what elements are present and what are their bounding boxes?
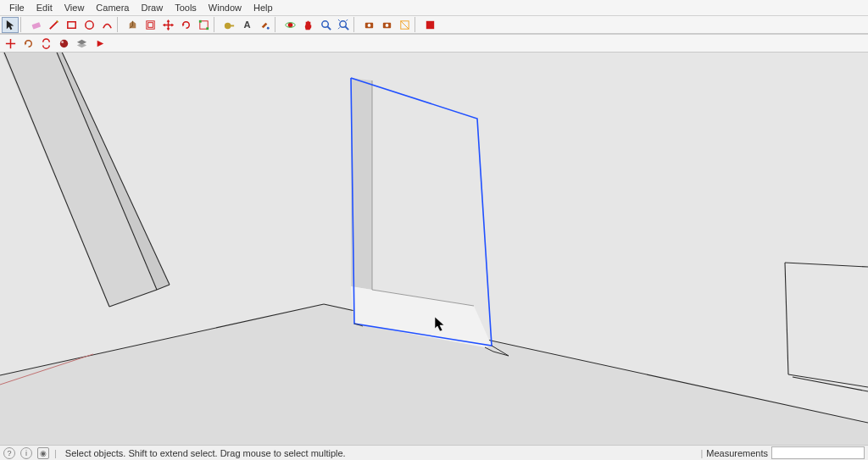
- move-tool-icon: [162, 19, 175, 31]
- svg-point-19: [266, 26, 269, 29]
- offset-tool[interactable]: [142, 17, 159, 33]
- scale-tool[interactable]: [195, 17, 212, 33]
- menu-tools[interactable]: Tools: [169, 2, 203, 14]
- tape-tool[interactable]: [220, 17, 237, 33]
- svg-line-31: [400, 20, 408, 28]
- rotate-tool[interactable]: [177, 17, 194, 33]
- svg-line-23: [327, 26, 331, 30]
- rotate-tool-icon: [180, 19, 192, 31]
- svg-point-35: [61, 41, 64, 43]
- eraser-tool-icon: [30, 19, 42, 31]
- pushpull-tool-icon: [126, 19, 139, 31]
- circle-tool-icon: [83, 19, 96, 31]
- text-tool[interactable]: A: [238, 17, 255, 33]
- animate-tool[interactable]: [91, 36, 108, 52]
- plugin-tool[interactable]: [421, 17, 438, 33]
- svg-text:A: A: [243, 19, 250, 30]
- menu-draw[interactable]: Draw: [135, 2, 169, 14]
- camera-previous-icon: [363, 19, 376, 31]
- svg-rect-32: [426, 20, 433, 28]
- layers-tool-icon: [75, 37, 88, 50]
- menu-help[interactable]: Help: [248, 2, 279, 14]
- menu-camera[interactable]: Camera: [90, 2, 135, 14]
- arc-tool[interactable]: [98, 17, 115, 33]
- animate-tool-icon: [93, 37, 106, 50]
- zoom-tool-icon: [320, 19, 332, 31]
- svg-rect-4: [67, 21, 75, 28]
- menu-window[interactable]: Window: [203, 2, 248, 14]
- svg-point-22: [321, 20, 328, 27]
- zoom-tool[interactable]: [317, 17, 334, 33]
- menu-view[interactable]: View: [58, 2, 91, 14]
- menu-edit[interactable]: Edit: [31, 2, 58, 14]
- text-tool-icon: A: [241, 19, 253, 31]
- camera-next[interactable]: [378, 17, 395, 33]
- align-tool[interactable]: [2, 36, 19, 52]
- rectangle-tool-icon: [65, 19, 78, 31]
- zoom-extents-tool-icon: [337, 19, 350, 31]
- pencil-tool[interactable]: [45, 17, 62, 33]
- viewport-3d[interactable]: TripleClick www.designerhacks.com: [0, 53, 868, 445]
- move-tool[interactable]: [159, 17, 176, 33]
- align-tool-icon: [4, 37, 17, 50]
- pan-tool[interactable]: [299, 17, 316, 33]
- svg-marker-38: [97, 40, 103, 47]
- svg-point-5: [85, 20, 92, 28]
- offset-tool-icon: [144, 19, 157, 31]
- circle-tool[interactable]: [81, 17, 97, 33]
- svg-line-2: [49, 20, 57, 28]
- measurements-input[interactable]: [771, 446, 865, 459]
- help-icon[interactable]: ?: [3, 447, 15, 459]
- toolbar-separator: [353, 17, 359, 32]
- camera-previous[interactable]: [360, 17, 377, 33]
- rectangle-tool[interactable]: [63, 17, 80, 33]
- rotate-plugin-icon: [22, 37, 35, 50]
- toolbar-separator: [214, 17, 219, 32]
- svg-marker-33: [24, 42, 26, 45]
- svg-marker-12: [181, 24, 184, 26]
- svg-marker-0: [6, 19, 13, 29]
- rotate-plugin[interactable]: [19, 36, 36, 52]
- arc-tool-icon: [101, 19, 114, 31]
- info-icon[interactable]: i: [20, 447, 32, 459]
- section-tool-icon: [398, 19, 411, 31]
- svg-point-34: [59, 39, 67, 47]
- orbit-tool-icon: [284, 19, 297, 31]
- status-hint: Select objects. Shift to extend select. …: [65, 448, 346, 458]
- sync-tool[interactable]: [37, 36, 54, 52]
- toolbar-separator: [20, 17, 25, 32]
- svg-rect-7: [147, 22, 153, 27]
- plugin-tool-icon: [424, 19, 437, 31]
- tape-tool-icon: [223, 19, 236, 31]
- orbit-tool[interactable]: [281, 17, 298, 33]
- layers-tool[interactable]: [73, 36, 90, 52]
- section-tool[interactable]: [396, 17, 413, 33]
- camera-next-icon: [381, 19, 393, 31]
- svg-marker-37: [76, 42, 86, 47]
- toolbar-separator: [415, 17, 420, 32]
- toolbar-separator: [275, 17, 280, 32]
- pencil-tool-icon: [47, 19, 60, 31]
- svg-point-24: [339, 20, 346, 27]
- svg-rect-15: [206, 27, 209, 30]
- toolbar-separator: [117, 17, 122, 32]
- render-tool[interactable]: [55, 36, 72, 52]
- model-canvas: [0, 53, 868, 445]
- measurements-label: Measurements: [706, 448, 768, 458]
- svg-line-25: [345, 26, 348, 30]
- paint-tool[interactable]: [256, 17, 273, 33]
- zoom-extents-tool[interactable]: [335, 17, 352, 33]
- georef-icon[interactable]: ◉: [37, 447, 49, 459]
- scale-tool-icon: [198, 19, 210, 31]
- svg-marker-55: [351, 78, 372, 290]
- pan-tool-icon: [302, 19, 314, 31]
- svg-marker-11: [171, 23, 174, 26]
- select-tool[interactable]: [2, 17, 19, 33]
- paint-tool-icon: [259, 19, 271, 31]
- select-tool-icon: [4, 19, 17, 31]
- svg-point-27: [367, 24, 370, 27]
- pushpull-tool[interactable]: [124, 17, 141, 33]
- svg-rect-17: [229, 25, 234, 26]
- eraser-tool[interactable]: [27, 17, 44, 33]
- menu-file[interactable]: File: [3, 2, 31, 14]
